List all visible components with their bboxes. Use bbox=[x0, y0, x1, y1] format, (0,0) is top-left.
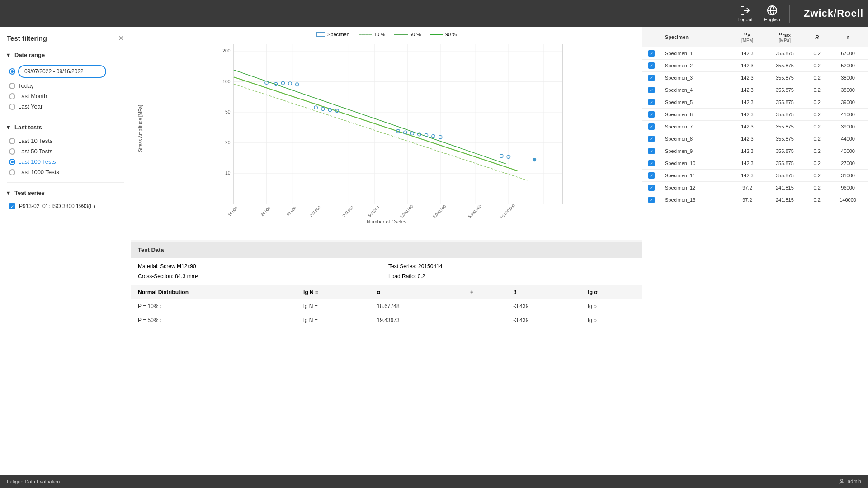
specimen-checkbox-cell[interactable]: ✓ bbox=[642, 72, 660, 84]
table-row: ✓ Specimen_2 142.3 355.875 0.2 52000 bbox=[642, 60, 868, 72]
col-sigma-max-header: σmax[MPa] bbox=[764, 27, 807, 47]
specimen-sigma-a: 142.3 bbox=[731, 47, 763, 60]
specimen-sigma-a: 97.2 bbox=[731, 182, 763, 194]
specimen-checkbox[interactable]: ✓ bbox=[648, 87, 655, 93]
specimen-checkbox[interactable]: ✓ bbox=[648, 111, 655, 118]
table-row: ✓ Specimen_11 142.3 355.875 0.2 31000 bbox=[642, 170, 868, 182]
col-sigma-a-header: σA[MPa] bbox=[731, 27, 763, 47]
specimen-name: Specimen_1 bbox=[660, 47, 731, 60]
svg-text:10,000: 10,000 bbox=[227, 206, 238, 217]
test-series-checkbox[interactable] bbox=[9, 203, 15, 209]
english-button[interactable]: English bbox=[760, 3, 785, 24]
specimen-checkbox-cell[interactable]: ✓ bbox=[642, 170, 660, 182]
date-range-radio-selected[interactable] bbox=[9, 68, 15, 75]
svg-text:10,000,000: 10,000,000 bbox=[500, 203, 516, 218]
specimen-n: 67000 bbox=[828, 47, 868, 60]
last100-radio-selected[interactable] bbox=[9, 159, 15, 165]
specimen-checkbox[interactable]: ✓ bbox=[648, 160, 655, 166]
col-n-header: n bbox=[828, 27, 868, 47]
user-icon bbox=[839, 479, 845, 485]
nd-alpha: 18.67748 bbox=[370, 299, 463, 313]
last1000-radio[interactable] bbox=[9, 169, 15, 175]
test-series-section-header[interactable]: Test series bbox=[7, 187, 124, 199]
specimen-n: 41000 bbox=[828, 109, 868, 121]
date-range-input-group: 09/07/2022 - 09/16/2022 bbox=[9, 65, 124, 78]
legend-50pct-icon bbox=[394, 34, 408, 35]
last10-radio[interactable] bbox=[9, 138, 15, 144]
specimen-sigma-max: 355.875 bbox=[764, 170, 807, 182]
specimen-sigma-max: 355.875 bbox=[764, 60, 807, 72]
nd-col-alpha: α bbox=[370, 285, 463, 299]
last-year-radio[interactable] bbox=[9, 104, 15, 110]
specimen-sigma-max: 355.875 bbox=[764, 145, 807, 157]
specimen-name: Specimen_5 bbox=[660, 96, 731, 109]
specimen-checkbox[interactable]: ✓ bbox=[648, 99, 655, 105]
specimen-R: 0.2 bbox=[806, 145, 828, 157]
specimen-checkbox[interactable]: ✓ bbox=[648, 136, 655, 142]
bottom-bar: Fatigue Data Evaluation admin bbox=[0, 475, 868, 488]
table-row: ✓ Specimen_5 142.3 355.875 0.2 39000 bbox=[642, 96, 868, 109]
specimen-checkbox[interactable]: ✓ bbox=[648, 185, 655, 191]
specimen-R: 0.2 bbox=[806, 96, 828, 109]
specimen-checkbox-cell[interactable]: ✓ bbox=[642, 109, 660, 121]
specimen-checkbox-cell[interactable]: ✓ bbox=[642, 194, 660, 206]
date-range-section-header[interactable]: Date range bbox=[7, 49, 124, 61]
specimen-R: 0.2 bbox=[806, 170, 828, 182]
close-sidebar-button[interactable]: ✕ bbox=[118, 34, 124, 43]
last1000-radio-row[interactable]: Last 1000 Tests bbox=[9, 169, 124, 175]
nd-col-dist: Normal Distribution bbox=[131, 285, 297, 299]
specimen-checkbox-cell[interactable]: ✓ bbox=[642, 84, 660, 96]
today-radio[interactable] bbox=[9, 83, 15, 89]
table-row: ✓ Specimen_6 142.3 355.875 0.2 41000 bbox=[642, 109, 868, 121]
nd-lgN: lg N = bbox=[297, 313, 370, 327]
specimen-checkbox-cell[interactable]: ✓ bbox=[642, 182, 660, 194]
specimen-checkbox-cell[interactable]: ✓ bbox=[642, 145, 660, 157]
date-range-input[interactable]: 09/07/2022 - 09/16/2022 bbox=[18, 65, 106, 78]
specimen-checkbox[interactable]: ✓ bbox=[648, 75, 655, 81]
specimen-checkbox[interactable]: ✓ bbox=[648, 172, 655, 179]
nd-beta: -3.439 bbox=[506, 299, 581, 313]
material-info: Material: Screw M12x90 bbox=[138, 263, 385, 270]
specimen-checkbox-cell[interactable]: ✓ bbox=[642, 157, 660, 170]
specimen-R: 0.2 bbox=[806, 84, 828, 96]
last10-radio-row[interactable]: Last 10 Tests bbox=[9, 137, 124, 144]
last50-radio-row[interactable]: Last 50 Tests bbox=[9, 148, 124, 155]
specimen-sigma-a: 142.3 bbox=[731, 133, 763, 145]
specimen-checkbox-cell[interactable]: ✓ bbox=[642, 47, 660, 60]
specimen-checkbox[interactable]: ✓ bbox=[648, 197, 655, 203]
specimen-checkbox[interactable]: ✓ bbox=[648, 148, 655, 154]
specimen-R: 0.2 bbox=[806, 47, 828, 60]
right-panel: Specimen σA[MPa] σmax[MPa] R n ✓ Specime… bbox=[642, 27, 868, 475]
logout-button[interactable]: Logout bbox=[733, 3, 757, 24]
specimen-checkbox-cell[interactable]: ✓ bbox=[642, 96, 660, 109]
specimen-checkbox-cell[interactable]: ✓ bbox=[642, 60, 660, 72]
specimen-name: Specimen_9 bbox=[660, 145, 731, 157]
col-checkbox-header bbox=[642, 27, 660, 47]
specimen-checkbox[interactable]: ✓ bbox=[648, 62, 655, 69]
test-series-arrow bbox=[7, 190, 12, 196]
specimen-sigma-a: 142.3 bbox=[731, 60, 763, 72]
nd-plus: + bbox=[463, 299, 506, 313]
legend-specimen: Specimen bbox=[316, 32, 349, 37]
specimen-R: 0.2 bbox=[806, 121, 828, 133]
last50-radio[interactable] bbox=[9, 148, 15, 155]
last-month-radio-row[interactable]: Last Month bbox=[9, 93, 124, 99]
legend-10pct: 10 % bbox=[359, 32, 385, 37]
today-radio-row[interactable]: Today bbox=[9, 82, 124, 89]
normal-dist-row: P = 50% : lg N = 19.43673 + -3.439 lg σ bbox=[131, 313, 642, 327]
last-year-radio-row[interactable]: Last Year bbox=[9, 103, 124, 110]
svg-text:500,000: 500,000 bbox=[367, 205, 380, 218]
test-series-content: P913-02_01: ISO 3800:1993(E) bbox=[7, 203, 124, 209]
last-month-radio[interactable] bbox=[9, 93, 15, 99]
specimen-checkbox-cell[interactable]: ✓ bbox=[642, 133, 660, 145]
col-specimen-header: Specimen bbox=[660, 27, 731, 47]
last100-radio-row[interactable]: Last 100 Tests bbox=[9, 158, 124, 165]
specimen-checkbox-cell[interactable]: ✓ bbox=[642, 121, 660, 133]
date-range-content: 09/07/2022 - 09/16/2022 Today Last Month… bbox=[7, 65, 124, 110]
nd-col-lgsigma: lg σ bbox=[581, 285, 642, 299]
user-info: admin bbox=[839, 479, 861, 485]
test-series-item[interactable]: P913-02_01: ISO 3800:1993(E) bbox=[9, 203, 124, 209]
specimen-checkbox[interactable]: ✓ bbox=[648, 123, 655, 130]
specimen-checkbox[interactable]: ✓ bbox=[648, 50, 655, 57]
last-tests-section-header[interactable]: Last tests bbox=[7, 122, 124, 133]
